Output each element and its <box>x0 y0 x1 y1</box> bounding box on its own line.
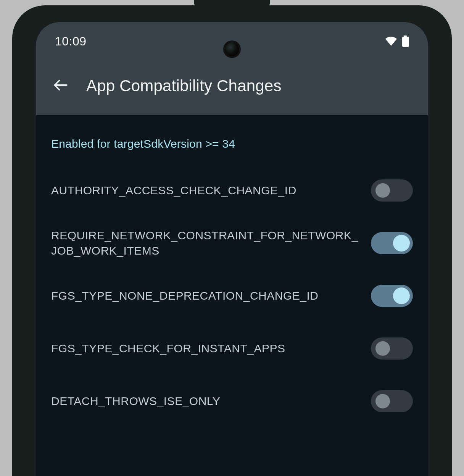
screen: 10:09 <box>36 22 428 476</box>
setting-row[interactable]: FGS_TYPE_CHECK_FOR_INSTANT_APPS <box>51 322 413 375</box>
setting-label: AUTHORITY_ACCESS_CHECK_CHANGE_ID <box>51 183 359 198</box>
setting-label: FGS_TYPE_NONE_DEPRECATION_CHANGE_ID <box>51 288 359 304</box>
setting-row[interactable]: DETACH_THROWS_ISE_ONLY <box>51 375 413 428</box>
device-bezel: 10:09 <box>12 5 452 476</box>
back-button[interactable] <box>51 76 70 95</box>
svg-rect-1 <box>402 37 409 47</box>
status-time: 10:09 <box>55 34 87 48</box>
page-title: App Compatibility Changes <box>86 77 282 95</box>
setting-label: DETACH_THROWS_ISE_ONLY <box>51 394 359 409</box>
setting-row[interactable]: REQUIRE_NETWORK_CONSTRAINT_FOR_NETWORK_J… <box>51 217 413 269</box>
svg-rect-0 <box>404 35 407 37</box>
setting-label: FGS_TYPE_CHECK_FOR_INSTANT_APPS <box>51 341 359 357</box>
camera-hole-icon <box>223 40 241 58</box>
app-bar: App Compatibility Changes <box>36 60 428 105</box>
arrow-left-icon <box>53 77 69 95</box>
toggle-switch[interactable] <box>371 232 413 254</box>
setting-row[interactable]: FGS_TYPE_NONE_DEPRECATION_CHANGE_ID <box>51 269 413 322</box>
toggle-switch[interactable] <box>371 390 413 412</box>
top-region: 10:09 <box>36 22 428 115</box>
status-icons <box>385 35 409 47</box>
wifi-icon <box>385 37 397 46</box>
settings-list[interactable]: Enabled for targetSdkVersion >= 34 AUTHO… <box>36 115 428 428</box>
battery-icon <box>402 35 409 47</box>
setting-row[interactable]: AUTHORITY_ACCESS_CHECK_CHANGE_ID <box>51 164 413 217</box>
status-bar: 10:09 <box>36 22 428 60</box>
toggle-switch[interactable] <box>371 337 413 360</box>
section-header: Enabled for targetSdkVersion >= 34 <box>51 137 413 150</box>
device-frame: 10:09 <box>0 0 464 476</box>
toggle-switch[interactable] <box>371 285 413 307</box>
toggle-switch[interactable] <box>371 179 413 202</box>
setting-label: REQUIRE_NETWORK_CONSTRAINT_FOR_NETWORK_J… <box>51 228 359 259</box>
